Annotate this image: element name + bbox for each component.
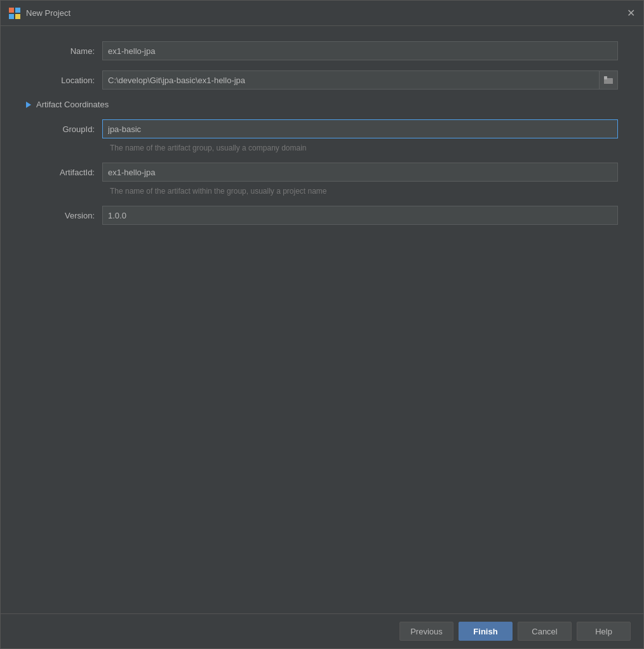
help-button[interactable]: Help — [577, 622, 631, 641]
location-input[interactable] — [102, 70, 599, 90]
artifactid-label: ArtifactId: — [26, 168, 102, 177]
version-row: Version: — [26, 206, 618, 225]
svg-rect-1 — [15, 8, 20, 13]
previous-button[interactable]: Previous — [399, 622, 453, 641]
new-project-dialog: New Project ✕ Name: Location: — [0, 0, 644, 649]
artifactid-hint: The name of the artifact within the grou… — [110, 187, 618, 196]
version-label: Version: — [26, 211, 102, 220]
version-input[interactable] — [102, 206, 618, 225]
groupid-hint: The name of the artifact group, usually … — [110, 144, 618, 152]
app-icon — [8, 7, 21, 20]
location-wrapper — [102, 70, 618, 90]
groupid-input[interactable] — [102, 119, 618, 138]
finish-button[interactable]: Finish — [459, 622, 513, 641]
cancel-button[interactable]: Cancel — [518, 622, 572, 641]
svg-rect-6 — [604, 76, 607, 78]
svg-rect-0 — [9, 8, 14, 13]
dialog-content: Name: Location: Artifact Co — [1, 26, 643, 613]
svg-rect-3 — [15, 14, 20, 19]
svg-rect-2 — [9, 14, 14, 19]
artifact-section-title: Artifact Coordinates — [36, 100, 109, 109]
svg-rect-5 — [604, 78, 607, 79]
groupid-row: GroupId: — [26, 119, 618, 138]
groupid-label: GroupId: — [26, 124, 102, 134]
close-button[interactable]: ✕ — [626, 8, 636, 18]
name-input[interactable] — [102, 41, 618, 60]
name-row: Name: — [26, 41, 618, 60]
location-label: Location: — [26, 76, 102, 85]
location-row: Location: — [26, 70, 618, 90]
artifactid-input[interactable] — [102, 163, 618, 182]
dialog-title: New Project — [26, 8, 626, 18]
collapse-triangle[interactable] — [26, 102, 31, 108]
artifact-section-header: Artifact Coordinates — [26, 100, 618, 109]
dialog-footer: Previous Finish Cancel Help — [1, 613, 643, 648]
artifactid-row: ArtifactId: — [26, 163, 618, 182]
name-label: Name: — [26, 46, 102, 56]
title-bar: New Project ✕ — [1, 1, 643, 26]
browse-button[interactable] — [599, 70, 618, 90]
